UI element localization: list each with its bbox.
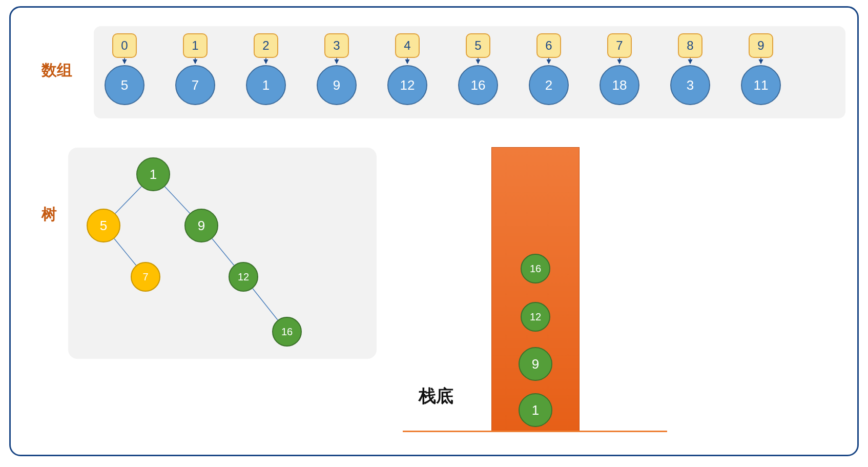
- tree-node: 5: [87, 209, 120, 242]
- array-index-box: 5: [466, 33, 490, 58]
- array-value-circle: 12: [387, 65, 427, 105]
- array-index-box: 6: [536, 33, 561, 58]
- diagram-frame: 数组 树 051721394125166271883911 15971216 栈…: [9, 6, 859, 456]
- tree-node: 1: [136, 157, 170, 191]
- tree-section-label: 树: [42, 204, 57, 225]
- array-value-circle: 7: [175, 65, 215, 105]
- stack-node: 1: [519, 393, 552, 427]
- array-index-box: 3: [324, 33, 349, 58]
- array-value-circle: 9: [317, 65, 357, 105]
- array-index-box: 1: [183, 33, 208, 58]
- tree-node: 7: [131, 262, 160, 292]
- tree-node: 12: [229, 262, 258, 292]
- array-value-circle: 1: [246, 65, 286, 105]
- tree-panel: [68, 148, 377, 359]
- stack-node: 16: [521, 254, 550, 283]
- array-index-box: 9: [749, 33, 773, 58]
- array-value-circle: 2: [529, 65, 569, 105]
- array-section-label: 数组: [42, 60, 72, 81]
- stack-node: 12: [521, 302, 550, 332]
- array-value-circle: 16: [458, 65, 498, 105]
- array-value-circle: 11: [741, 65, 781, 105]
- array-value-circle: 18: [600, 65, 639, 105]
- array-index-box: 2: [254, 33, 278, 58]
- array-index-box: 0: [112, 33, 137, 58]
- array-index-box: 4: [395, 33, 420, 58]
- array-index-box: 8: [678, 33, 702, 58]
- stack-node: 9: [519, 347, 552, 381]
- array-index-box: 7: [607, 33, 632, 58]
- array-value-circle: 5: [105, 65, 144, 105]
- stack-baseline: [403, 431, 667, 432]
- tree-node: 9: [184, 209, 218, 242]
- stack-bottom-label: 栈底: [419, 384, 453, 408]
- stack-container: [491, 147, 580, 432]
- tree-node: 16: [272, 317, 302, 347]
- array-value-circle: 3: [670, 65, 710, 105]
